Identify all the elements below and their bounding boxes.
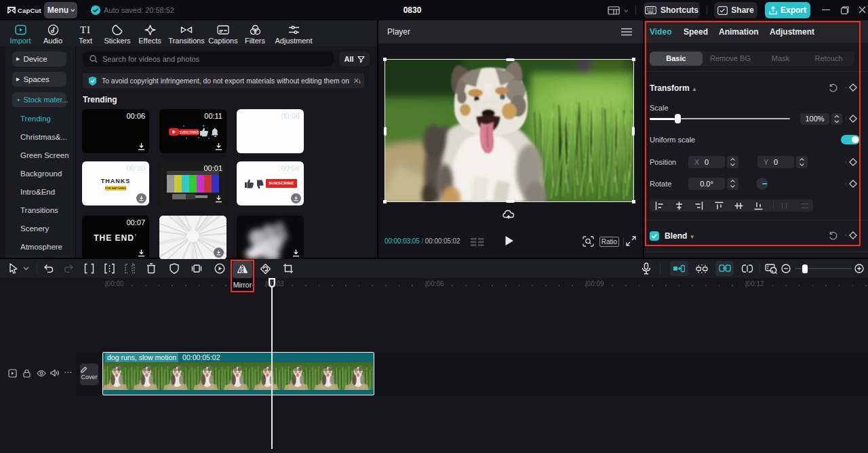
svg-text:SUBSCRIBED: SUBSCRIBED [179,131,200,134]
